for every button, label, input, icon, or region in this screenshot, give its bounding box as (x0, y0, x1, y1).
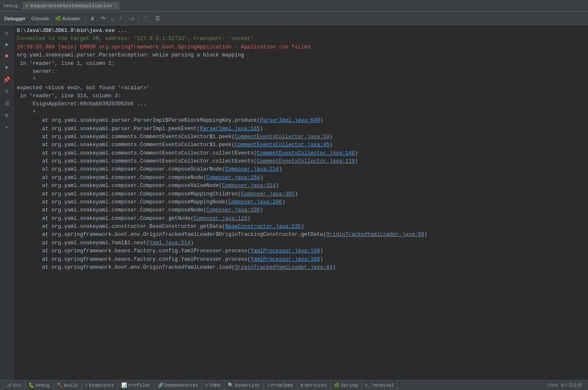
console-line: at org.yaml.snakeyaml.composer.Composer.… (17, 190, 585, 198)
app-tab-label: EsguaranteeSystemApplication (31, 3, 112, 8)
actuator-label: Actuator (62, 16, 80, 21)
debugger-label: Debugger (4, 16, 26, 21)
stack-link[interactable]: Composer.java:286 (229, 199, 282, 205)
status-icon: >_ (365, 383, 370, 388)
status-icon: ⎇ (6, 382, 12, 388)
toolbar-sep-1 (85, 15, 85, 22)
status-item-dependencies[interactable]: 🔗Dependencies (154, 380, 202, 390)
step-into-icon: ↓ (111, 16, 114, 21)
stack-link[interactable]: Composer.java:305 (241, 191, 295, 197)
status-icon: ⚡ (85, 382, 88, 388)
settings-btn[interactable]: ⚙ (1, 110, 12, 120)
console-line: EsignAppSecret:69cbab939203952b6 ... (17, 100, 585, 108)
status-icon: 🌿 (334, 382, 340, 388)
status-item-terminal[interactable]: >_Terminal (362, 380, 398, 390)
status-item-problems[interactable]: ⚠Problems (263, 380, 297, 390)
restart-btn[interactable]: ↻ (1, 27, 12, 38)
console-line: in 'reader', line 314, column 3: (17, 92, 585, 100)
stack-link[interactable]: Composer.java:188 (206, 207, 260, 213)
stack-link[interactable]: Composer.java:214 (225, 166, 279, 172)
console-line: at org.yaml.snakeyaml.comments.CommentEv… (17, 150, 585, 158)
top-bar: Debug: ▶ EsguaranteeSystemApplication × (0, 0, 588, 12)
tab-close-icon[interactable]: × (114, 3, 116, 8)
stack-link[interactable]: CommentEventsCollector.java:59 (235, 134, 330, 140)
status-item-todo[interactable]: ☑TODO (202, 380, 224, 390)
step-over-icon: ↷ (101, 16, 105, 21)
status-item-debug[interactable]: 🐛Debug (25, 380, 53, 390)
status-label: TODO (210, 383, 221, 388)
console-line: ^ (17, 76, 585, 84)
print-btn[interactable]: 🖨 (1, 98, 12, 109)
frames-btn[interactable]: ☰ (153, 14, 162, 23)
stack-link[interactable]: CommentEventsCollector.java:119 (257, 158, 355, 164)
status-item-profiler[interactable]: 📊Profiler (118, 380, 154, 390)
actuator-tab[interactable]: 🌿 Actuator (53, 14, 83, 23)
debugger-tab[interactable]: Debugger (2, 15, 28, 22)
console-area[interactable]: D:\Java\JDK\JDK1.8\bin\java.exe ...Conne… (13, 25, 588, 380)
console-line: at org.yaml.snakeyaml.composer.Composer.… (17, 182, 585, 190)
status-item-sonarlint[interactable]: 🔍SonarLint (224, 380, 263, 390)
console-line: at org.yaml.snakeyaml.composer.Composer.… (17, 166, 585, 174)
up-btn[interactable]: ▲ (1, 39, 12, 50)
status-icon: 🔨 (57, 382, 63, 388)
close-panel-btn[interactable]: ✕ (1, 121, 12, 132)
console-line: at org.springframework.boot.env.OriginTr… (17, 231, 585, 239)
status-icon: ☑ (205, 382, 208, 388)
pin-btn[interactable]: 📌 (1, 74, 12, 85)
stack-link[interactable]: Composer.java:314 (222, 183, 276, 189)
resume-btn[interactable]: ⏸ (88, 15, 98, 22)
status-label: Spring (341, 383, 358, 388)
status-item-git[interactable]: ⎇Git (3, 380, 25, 390)
stack-link[interactable]: ParserImpl.java:165 (200, 126, 260, 132)
console-line: at org.yaml.snakeyaml.composer.Composer.… (17, 206, 585, 214)
left-gutter: ↻ ▲ ■ ▼ 📌 ≡ 🖨 ⚙ ✕ (0, 25, 13, 380)
console-tab[interactable]: Console (29, 15, 52, 22)
console-line: at org.springframework.boot.env.OriginTr… (17, 264, 585, 272)
status-icon: 🔍 (228, 382, 234, 388)
status-label: Terminal (372, 383, 394, 388)
console-line: D:\Java\JDK\JDK1.8\bin\java.exe ... (17, 27, 585, 35)
stack-link[interactable]: OriginTrackedYamlLoader.java:84 (235, 264, 333, 270)
stack-link[interactable]: Composer.java:115 (194, 216, 247, 222)
evaluate-icon: ⬛ (144, 16, 149, 21)
console-line: at org.yaml.snakeyaml.comments.CommentEv… (17, 158, 585, 166)
status-item-build[interactable]: 🔨Build (53, 380, 82, 390)
console-label: Console (32, 16, 49, 21)
console-line: ^ (17, 109, 585, 117)
stack-link[interactable]: ParserImpl.java:649 (260, 118, 320, 123)
console-line: Connected to the target VM, address: '12… (17, 35, 585, 43)
stack-link[interactable]: YamlProcessor.java:198 (250, 248, 320, 254)
actuator-icon: 🌿 (55, 16, 61, 21)
status-icon: ⚠ (267, 382, 270, 388)
console-line: at org.yaml.snakeyaml.constructor.BaseCo… (17, 223, 585, 231)
status-label: Debug (36, 383, 50, 388)
console-line: at org.yaml.snakeyaml.comments.CommentEv… (17, 133, 585, 141)
down-btn[interactable]: ▼ (1, 62, 12, 73)
stack-link[interactable]: CommentEventsCollector.java:140 (257, 150, 355, 156)
stack-link[interactable]: OriginTrackedYamlLoader.java:99 (326, 232, 424, 238)
resume-icon: ⏸ (90, 16, 95, 21)
status-item-services[interactable]: ⚙Services (297, 380, 330, 390)
app-tab[interactable]: ▶ EsguaranteeSystemApplication × (23, 2, 120, 10)
step-into-btn[interactable]: ↓ (109, 15, 116, 22)
stack-link[interactable]: Yaml.java:514 (149, 240, 191, 246)
stack-link[interactable]: BaseConstructor.java:135 (225, 224, 301, 230)
stack-link[interactable]: Composer.java:184 (206, 175, 260, 181)
status-item-spring[interactable]: 🌿Spring (330, 380, 362, 390)
main-content: ↻ ▲ ■ ▼ 📌 ≡ 🖨 ⚙ ✕ D:\Java\JDK\JDK1.8\bin… (0, 25, 588, 380)
stop-btn[interactable]: ■ (1, 51, 12, 61)
step-out-btn[interactable]: ↑ (117, 15, 124, 22)
run-to-cursor-btn[interactable]: →| (125, 15, 136, 22)
console-line: org.yaml.snakeyaml.parser.ParserExceptio… (17, 51, 585, 59)
console-line: at org.yaml.snakeyaml.composer.Composer.… (17, 198, 585, 206)
console-line: at org.springframework.beans.factory.con… (17, 247, 585, 255)
status-item-endpoints[interactable]: ⚡Endpoints (82, 380, 118, 390)
filter-btn[interactable]: ≡ (1, 86, 12, 97)
status-label: Profiler (128, 383, 151, 388)
step-over-btn[interactable]: ↷ (98, 14, 108, 23)
evaluate-btn[interactable]: ⬛ (141, 14, 152, 23)
frames-icon: ☰ (155, 16, 160, 21)
status-label: Services (304, 383, 327, 388)
stack-link[interactable]: CommentEventsCollector.java:45 (235, 142, 330, 148)
stack-link[interactable]: YamlProcessor.java:166 (250, 256, 320, 262)
